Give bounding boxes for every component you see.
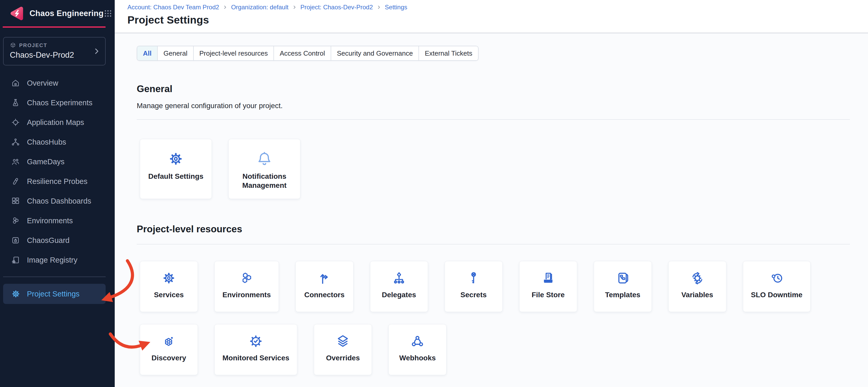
card-overrides[interactable]: Overrides [314, 324, 372, 375]
home-icon [11, 78, 20, 88]
sidebar-item-label: Application Maps [27, 118, 84, 127]
card-slo-downtime[interactable]: SLO Downtime [743, 261, 810, 312]
project-label: PROJECT [19, 42, 47, 48]
variables-icon [690, 271, 705, 286]
card-delegates[interactable]: Delegates [370, 261, 428, 312]
card-connectors[interactable]: Connectors [296, 261, 353, 312]
registry-icon [11, 255, 20, 265]
sidebar-divider [3, 277, 106, 277]
card-label: Services [154, 291, 184, 299]
sidebar-item-chaoshubs[interactable]: ChaosHubs [0, 132, 115, 152]
card-services[interactable]: Services [140, 261, 198, 312]
target-icon [11, 118, 20, 127]
project-selector[interactable]: PROJECT Chaos-Dev-Prod2 [3, 37, 106, 65]
card-label: Secrets [460, 291, 487, 299]
gear-icon [167, 150, 184, 167]
tab-project-level-resources[interactable]: Project-level resources [193, 46, 274, 60]
sidebar-item-label: Image Registry [27, 256, 78, 265]
chevron-separator-icon [222, 5, 228, 10]
sidebar-item-label: Project Settings [27, 290, 80, 298]
section-title-project-level-resources: Project-level resources [137, 224, 850, 235]
lock-icon [11, 236, 20, 245]
card-variables[interactable]: Variables [668, 261, 726, 312]
tab-access-control[interactable]: Access Control [274, 46, 331, 60]
chevron-separator-icon [376, 5, 381, 10]
card-notifications-management[interactable]: Notifications Management [228, 139, 300, 199]
card-label: Variables [681, 291, 713, 299]
section-divider [137, 244, 850, 244]
card-templates[interactable]: Templates [594, 261, 652, 312]
breadcrumb-settings-link[interactable]: Settings [385, 4, 407, 11]
accent-divider [3, 26, 106, 28]
network-icon [11, 137, 20, 147]
hierarchy-icon [392, 271, 407, 286]
breadcrumb: Account: Chaos Dev Team Prod2 Organizati… [127, 4, 858, 11]
card-label: Webhooks [399, 354, 436, 362]
card-label: Default Settings [145, 172, 207, 181]
card-monitored-services[interactable]: Monitored Services [214, 324, 297, 375]
tab-security-and-governance[interactable]: Security and Governance [331, 46, 418, 60]
hexagons-icon [239, 271, 254, 286]
split-arrows-icon [317, 271, 332, 286]
section-divider [137, 119, 850, 120]
sidebar-item-gamedays[interactable]: GameDays [0, 152, 115, 172]
sidebar-item-label: ChaosGuard [27, 236, 69, 245]
breadcrumb-account-link[interactable]: Account: Chaos Dev Team Prod2 [127, 4, 219, 11]
people-icon [11, 157, 20, 166]
brand-header: Chaos Engineering [0, 0, 115, 26]
page-title: Project Settings [127, 14, 858, 26]
dashboard-icon [11, 196, 20, 206]
sidebar-item-label: Chaos Dashboards [27, 197, 91, 205]
key-icon [466, 271, 481, 286]
section-description-general: Manage general configuration of your pro… [137, 102, 850, 110]
tab-all[interactable]: All [137, 46, 157, 60]
sidebar-item-project-settings[interactable]: Project Settings [3, 284, 106, 304]
card-default-settings[interactable]: Default Settings [140, 139, 212, 199]
sidebar-item-label: GameDays [27, 157, 64, 166]
discovery-icon [161, 334, 176, 349]
sidebar-item-overview[interactable]: Overview [0, 73, 115, 93]
resources-cards-row-2: Discovery Monitored Services Overrides W… [140, 324, 850, 375]
resources-cards-row-1: Services Environments Connectors Delegat… [140, 261, 850, 312]
sidebar-item-label: Resilience Probes [27, 177, 88, 186]
sidebar-item-chaos-experiments[interactable]: Chaos Experiments [0, 93, 115, 112]
breadcrumb-organization-link[interactable]: Organization: default [231, 4, 288, 11]
sidebar-item-image-registry[interactable]: Image Registry [0, 250, 115, 270]
sidebar-item-label: Overview [27, 79, 58, 87]
sidebar-item-application-maps[interactable]: Application Maps [0, 112, 115, 132]
sidebar-item-resilience-probes[interactable]: Resilience Probes [0, 172, 115, 191]
tab-general[interactable]: General [157, 46, 193, 60]
layers-icon [335, 334, 350, 349]
chaos-engineering-project-settings-page: { "sidebar": { "brand": {"title": "Chaos… [0, 0, 868, 387]
section-title-general: General [137, 83, 850, 95]
card-label: Templates [605, 291, 640, 299]
sidebar: Chaos Engineering PROJECT Chaos-Dev-Prod… [0, 0, 115, 387]
sidebar-item-chaos-dashboards[interactable]: Chaos Dashboards [0, 191, 115, 211]
card-environments[interactable]: Environments [214, 261, 279, 312]
sidebar-item-environments[interactable]: Environments [0, 211, 115, 231]
app-grid-icon[interactable] [103, 9, 113, 18]
main-area: Account: Chaos Dev Team Prod2 Organizati… [115, 0, 868, 387]
chevron-right-icon[interactable] [93, 47, 100, 55]
breadcrumb-project-link[interactable]: Project: Chaos-Dev-Prod2 [300, 4, 373, 11]
card-secrets[interactable]: Secrets [445, 261, 503, 312]
card-label: Environments [222, 291, 271, 299]
card-file-store[interactable]: File Store [519, 261, 577, 312]
card-label: SLO Downtime [751, 291, 803, 299]
flask-icon [11, 98, 20, 107]
sidebar-nav: Overview Chaos Experiments Application M… [0, 73, 115, 270]
bell-icon [256, 150, 273, 167]
brand-title: Chaos Engineering [30, 9, 103, 18]
card-discovery[interactable]: Discovery [140, 324, 198, 375]
sidebar-item-label: Environments [27, 216, 73, 225]
card-webhooks[interactable]: Webhooks [389, 324, 446, 375]
hexagons-icon [11, 216, 20, 225]
card-label: Notifications Management [229, 172, 300, 190]
card-label: File Store [532, 291, 565, 299]
sidebar-item-chaosguard[interactable]: ChaosGuard [0, 231, 115, 250]
general-cards-row: Default Settings Notifications Managemen… [140, 139, 850, 199]
tab-external-tickets[interactable]: External Tickets [418, 46, 478, 60]
card-label: Overrides [326, 354, 360, 362]
card-label: Discovery [152, 354, 186, 362]
gear-icon [11, 289, 21, 299]
